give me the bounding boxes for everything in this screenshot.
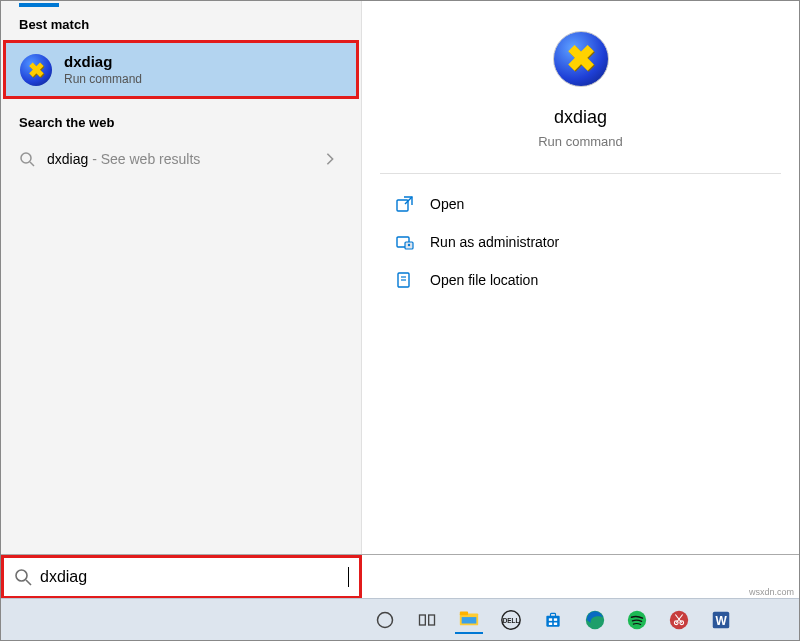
svg-line-1 <box>30 162 34 166</box>
spotify-icon[interactable] <box>623 606 651 634</box>
dxdiag-icon-large: ✖ <box>553 31 609 87</box>
action-open[interactable]: Open <box>396 192 799 216</box>
best-match-label: Best match <box>1 7 361 40</box>
svg-rect-21 <box>549 618 552 621</box>
svg-rect-15 <box>460 611 468 615</box>
detail-header: ✖ dxdiag Run command <box>380 1 781 174</box>
svg-rect-13 <box>429 615 435 625</box>
svg-point-9 <box>16 570 27 581</box>
action-open-location-label: Open file location <box>430 272 538 288</box>
watermark: wsxdn.com <box>749 587 794 597</box>
taskbar: DELL W <box>1 598 799 640</box>
open-icon <box>396 196 414 212</box>
text-caret <box>348 567 349 587</box>
svg-rect-22 <box>554 618 557 621</box>
dell-icon[interactable]: DELL <box>497 606 525 634</box>
search-icon <box>19 151 35 167</box>
cortana-icon[interactable] <box>371 606 399 634</box>
results-column: Best match ✖ dxdiag Run command Search t… <box>1 1 362 554</box>
svg-rect-23 <box>549 622 552 625</box>
detail-title: dxdiag <box>554 107 607 128</box>
web-result-dxdiag[interactable]: dxdiag - See web results <box>1 140 361 178</box>
edge-icon[interactable] <box>581 606 609 634</box>
dxdiag-x-glyph-large: ✖ <box>566 38 596 80</box>
svg-point-0 <box>21 153 31 163</box>
svg-text:W: W <box>715 613 727 627</box>
start-search-panel: Best match ✖ dxdiag Run command Search t… <box>0 0 800 641</box>
word-icon[interactable]: W <box>707 606 735 634</box>
run-admin-icon <box>396 234 414 250</box>
action-open-label: Open <box>430 196 464 212</box>
best-match-subtitle: Run command <box>64 72 142 86</box>
web-result-see: - See web results <box>88 151 200 167</box>
best-match-item-dxdiag[interactable]: ✖ dxdiag Run command <box>3 40 359 99</box>
svg-rect-16 <box>462 617 477 623</box>
ms-store-icon[interactable] <box>539 606 567 634</box>
best-match-title: dxdiag <box>64 53 142 70</box>
action-open-location[interactable]: Open file location <box>396 268 799 292</box>
svg-rect-24 <box>554 622 557 625</box>
snip-icon[interactable] <box>665 606 693 634</box>
open-location-icon <box>396 272 414 288</box>
task-view-icon[interactable] <box>413 606 441 634</box>
web-result-text: dxdiag - See web results <box>47 150 200 168</box>
action-run-admin-label: Run as administrator <box>430 234 559 250</box>
detail-subtitle: Run command <box>538 134 623 149</box>
detail-column: ✖ dxdiag Run command Open Run as adminis… <box>362 1 799 554</box>
main-area: Best match ✖ dxdiag Run command Search t… <box>1 1 799 554</box>
search-bar-row: dxdiag <box>1 554 799 598</box>
search-icon <box>14 568 32 586</box>
svg-rect-2 <box>397 200 408 211</box>
search-web-label: Search the web <box>1 99 361 140</box>
action-run-admin[interactable]: Run as administrator <box>396 230 799 254</box>
svg-rect-12 <box>420 615 426 625</box>
best-match-text: dxdiag Run command <box>64 53 142 86</box>
svg-line-10 <box>26 580 31 585</box>
search-box[interactable]: dxdiag <box>1 555 362 599</box>
svg-rect-20 <box>551 613 556 616</box>
svg-point-11 <box>378 612 393 627</box>
chevron-right-icon <box>323 152 337 166</box>
file-explorer-icon[interactable] <box>455 606 483 634</box>
svg-text:DELL: DELL <box>503 616 520 623</box>
dxdiag-x-glyph: ✖ <box>28 58 45 82</box>
search-input[interactable]: dxdiag <box>40 568 340 586</box>
svg-point-5 <box>408 244 410 246</box>
web-result-term: dxdiag <box>47 151 88 167</box>
dxdiag-icon: ✖ <box>20 54 52 86</box>
svg-rect-19 <box>546 615 559 626</box>
action-list: Open Run as administrator Open file loca… <box>362 174 799 292</box>
